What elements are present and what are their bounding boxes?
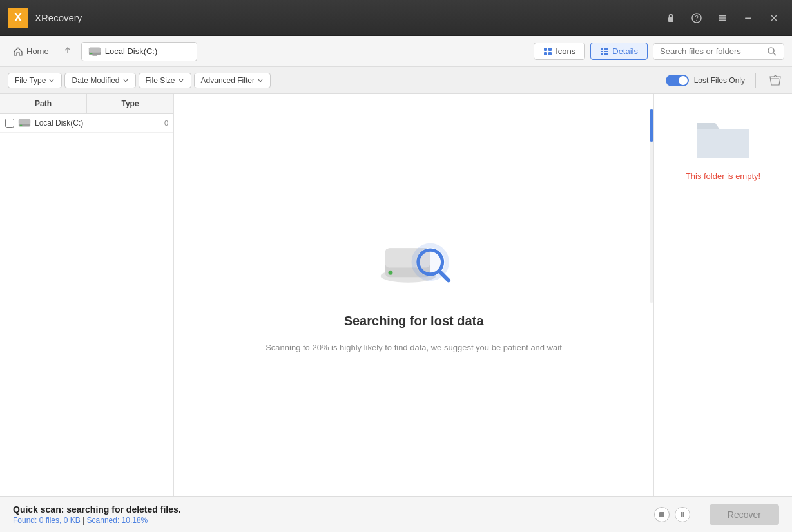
view-details-label: Details [612, 46, 638, 56]
scrollbar[interactable] [650, 109, 653, 303]
drive-icon [88, 45, 101, 58]
menu-button[interactable] [712, 8, 733, 28]
title-bar: X XRecovery ? [0, 0, 792, 36]
svg-rect-4 [719, 17, 726, 19]
file-type-filter[interactable]: File Type [8, 73, 62, 88]
view-icons-label: Icons [555, 46, 575, 56]
pause-scan-button[interactable] [675, 507, 690, 522]
stop-scan-button[interactable] [654, 507, 670, 522]
svg-rect-20 [601, 51, 603, 52]
lost-files-toggle-area: Lost Files Only [666, 71, 784, 90]
svg-rect-37 [659, 512, 664, 517]
folder-preview-icon [694, 113, 752, 162]
minimize-button[interactable] [738, 8, 758, 28]
found-label: Found: 0 files, 0 KB [13, 516, 81, 525]
filter-bar: File Type Date Modified File Size Advanc… [0, 67, 792, 94]
scan-control-icon[interactable] [766, 71, 784, 90]
drive-label: Local Disk(C:) [35, 119, 160, 128]
lost-files-toggle[interactable] [666, 75, 689, 86]
lost-files-label: Lost Files Only [694, 76, 745, 85]
view-icons-button[interactable]: Icons [534, 43, 585, 60]
nav-bar: Home Local Disk(C:) [0, 36, 792, 67]
svg-rect-12 [92, 55, 97, 55]
tree-header: Path Type [0, 94, 173, 114]
title-bar-controls: ? [661, 8, 784, 28]
chevron-down-icon [178, 77, 184, 84]
chevron-down-icon [48, 77, 55, 84]
main-window: Home Local Disk(C:) [0, 36, 792, 532]
search-bar [653, 43, 784, 60]
disk-search-illustration [375, 230, 452, 294]
svg-rect-13 [90, 53, 92, 53]
svg-rect-14 [544, 48, 547, 51]
status-bar: Quick scan: searching for deleted files.… [0, 496, 792, 532]
svg-rect-19 [604, 48, 608, 50]
svg-rect-6 [745, 17, 751, 19]
content-area: Path Type Local Disk(C:) 0 [0, 94, 792, 496]
home-button[interactable]: Home [8, 44, 54, 59]
drive-icon [18, 118, 31, 128]
svg-point-24 [768, 48, 774, 53]
left-panel: Path Type Local Disk(C:) 0 [0, 94, 174, 496]
chevron-down-icon [257, 77, 264, 84]
svg-rect-5 [719, 19, 726, 21]
nav-up-button[interactable] [59, 43, 76, 59]
svg-rect-15 [548, 48, 552, 51]
svg-line-25 [773, 53, 776, 55]
status-text: Quick scan: searching for deleted files.… [13, 504, 654, 525]
toggle-thumb [679, 76, 688, 85]
location-bar: Local Disk(C:) [81, 42, 197, 61]
search-input[interactable] [660, 46, 763, 56]
scanned-value: 10.18% [122, 516, 148, 525]
scan-illustration: Searching for lost data Scanning to 20% … [266, 230, 562, 354]
lock-button[interactable] [661, 8, 681, 28]
svg-rect-38 [681, 512, 682, 517]
folder-empty-text: This folder is empty! [686, 171, 760, 181]
home-label: Home [26, 46, 49, 56]
svg-rect-10 [89, 47, 101, 52]
help-button[interactable]: ? [686, 8, 707, 28]
filter-separator [755, 73, 756, 88]
svg-rect-23 [604, 53, 608, 55]
main-panel: Searching for lost data Scanning to 20% … [174, 94, 653, 496]
svg-rect-21 [604, 51, 608, 52]
status-detail-text: Found: 0 files, 0 KB | Scanned: 10.18% [13, 516, 654, 525]
search-icon [767, 46, 777, 57]
svg-rect-22 [601, 53, 603, 55]
svg-rect-11 [93, 53, 96, 55]
svg-point-32 [389, 271, 393, 275]
svg-rect-28 [20, 125, 23, 126]
advanced-filter[interactable]: Advanced Filter [194, 73, 271, 88]
location-text: Local Disk(C:) [105, 46, 158, 56]
svg-rect-0 [668, 17, 673, 22]
scrollbar-thumb[interactable] [650, 109, 653, 142]
status-controls [654, 507, 690, 522]
svg-rect-39 [682, 512, 684, 517]
view-details-button[interactable]: Details [590, 43, 648, 60]
status-main-text: Quick scan: searching for deleted files. [13, 504, 654, 515]
svg-rect-18 [601, 48, 603, 50]
right-panel: This folder is empty! [653, 94, 792, 496]
svg-rect-17 [548, 52, 552, 55]
app-title: XRecovery [35, 12, 661, 23]
type-column-header: Type [87, 94, 173, 113]
close-button[interactable] [764, 8, 784, 28]
svg-rect-27 [19, 119, 30, 124]
svg-rect-16 [544, 52, 547, 55]
path-column-header: Path [0, 94, 87, 113]
recover-button[interactable]: Recover [710, 504, 779, 525]
app-logo: X [8, 8, 28, 28]
svg-text:?: ? [695, 15, 699, 22]
chevron-down-icon [122, 77, 129, 84]
date-modified-filter[interactable]: Date Modified [64, 73, 135, 88]
scan-title: Searching for lost data [344, 314, 484, 328]
tree-item-checkbox[interactable] [5, 119, 14, 128]
item-count: 0 [164, 119, 168, 127]
scanned-label: Scanned: [87, 516, 122, 525]
list-item[interactable]: Local Disk(C:) 0 [0, 114, 173, 133]
file-size-filter[interactable]: File Size [139, 73, 191, 88]
tree-content: Local Disk(C:) 0 [0, 114, 173, 496]
scan-subtitle: Scanning to 20% is highly likely to find… [266, 341, 562, 354]
svg-rect-3 [719, 15, 726, 17]
